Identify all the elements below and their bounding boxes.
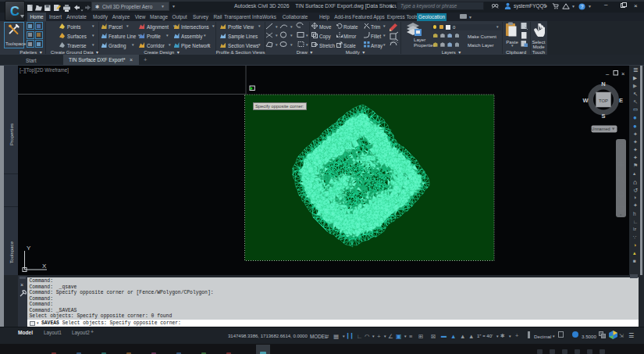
svg-text:E: E (619, 97, 623, 104)
svg-text:?: ? (581, 4, 584, 9)
svg-text:TOP: TOP (599, 98, 608, 103)
svg-text:▼: ▼ (290, 34, 294, 38)
svg-text:▼: ▼ (275, 25, 279, 29)
svg-text:▼: ▼ (290, 25, 294, 29)
svg-text:–: – (606, 70, 610, 77)
svg-text:▼: ▼ (275, 43, 279, 47)
svg-text:▼: ▼ (275, 34, 279, 38)
svg-text:Y: Y (27, 245, 31, 252)
svg-text:×: × (621, 70, 624, 77)
svg-text:N: N (601, 80, 605, 88)
svg-text:▼: ▼ (305, 34, 309, 38)
svg-text:C: C (10, 4, 20, 18)
svg-text:▼: ▼ (290, 43, 294, 47)
svg-text:X: X (42, 263, 47, 270)
svg-text:W: W (582, 97, 589, 104)
svg-text:S: S (601, 113, 605, 120)
svg-text:▼: ▼ (305, 43, 309, 47)
svg-text:Unnamed: Unnamed (591, 127, 610, 131)
